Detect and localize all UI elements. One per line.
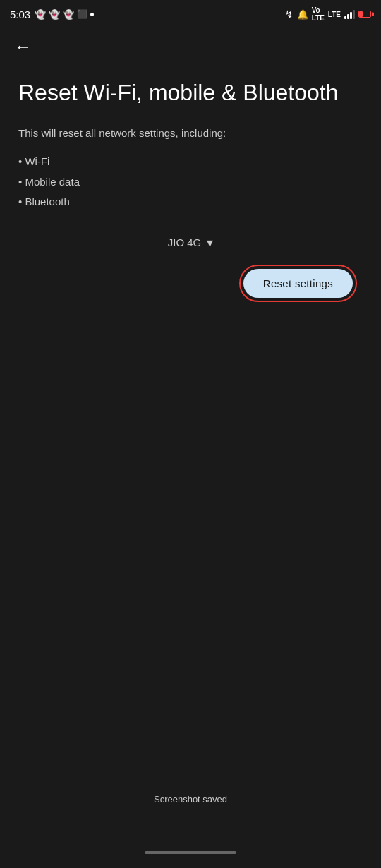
volume-icon: 🔔 [297,9,308,20]
description-text: This will reset all network settings, in… [18,126,363,140]
signal-icon [344,9,355,19]
bottom-nav-bar [145,851,236,854]
list-item-bluetooth: • Bluetooth [18,192,363,212]
back-arrow-icon: ← [14,37,31,56]
snapchat-icon-3: 👻 [63,9,74,20]
battery-icon [358,11,371,18]
lte-icon: LTE [328,11,341,18]
dropdown-arrow-icon: ▾ [207,235,213,251]
bluetooth-icon: ↯ [285,8,294,20]
snapchat-icon-2: 👻 [49,9,60,20]
list-item-mobile: • Mobile data [18,172,363,193]
screen-record-icon: ⬛ [77,9,87,19]
reset-settings-button[interactable]: Reset settings [243,269,353,298]
network-list: • Wi-Fi • Mobile data • Bluetooth [18,152,363,212]
status-time: 5:03 [10,8,30,20]
status-icons-left: 👻 👻 👻 ⬛ [35,9,94,20]
screenshot-saved-toast: Screenshot saved [154,794,227,804]
vowifi-icon: VoLTE [312,6,325,22]
sim-dropdown-label: JIO 4G [168,236,202,248]
main-content: Reset Wi-Fi, mobile & Bluetooth This wil… [0,62,381,302]
reset-button-highlight: Reset settings [239,265,357,302]
reset-button-row: Reset settings [18,265,363,302]
list-item-wifi: • Wi-Fi [18,152,363,172]
sim-dropdown-row: JIO 4G ▾ [18,235,363,251]
page-title: Reset Wi-Fi, mobile & Bluetooth [18,79,363,106]
back-button[interactable]: ← [0,25,381,62]
notification-dot [90,13,94,16]
sim-dropdown[interactable]: JIO 4G ▾ [168,235,214,251]
snapchat-icon-1: 👻 [35,9,46,20]
status-left: 5:03 👻 👻 👻 ⬛ [10,8,94,20]
status-right: ↯ 🔔 VoLTE LTE [285,6,371,22]
status-bar: 5:03 👻 👻 👻 ⬛ ↯ 🔔 VoLTE LTE [0,0,381,25]
